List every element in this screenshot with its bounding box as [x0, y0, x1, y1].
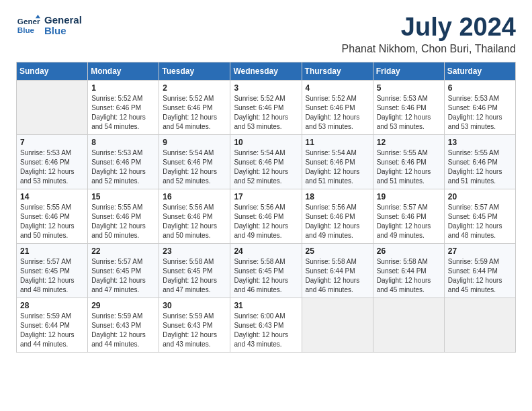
calendar-week-row: 7Sunrise: 5:53 AM Sunset: 6:46 PM Daylig… [17, 134, 516, 189]
day-info: Sunrise: 5:59 AM Sunset: 6:43 PM Dayligh… [163, 312, 226, 349]
day-of-week-header: Wednesday [230, 62, 302, 80]
day-info: Sunrise: 5:57 AM Sunset: 6:45 PM Dayligh… [20, 257, 84, 295]
calendar-cell: 5Sunrise: 5:53 AM Sunset: 6:46 PM Daylig… [373, 80, 444, 134]
day-of-week-header: Sunday [17, 62, 88, 80]
logo-icon: General Blue [16, 13, 40, 38]
calendar-cell: 27Sunrise: 5:59 AM Sunset: 6:44 PM Dayli… [444, 243, 515, 298]
day-info: Sunrise: 5:55 AM Sunset: 6:46 PM Dayligh… [20, 203, 84, 240]
day-number: 29 [91, 301, 155, 310]
day-number: 1 [91, 83, 155, 93]
calendar-week-row: 14Sunrise: 5:55 AM Sunset: 6:46 PM Dayli… [17, 189, 516, 243]
day-info: Sunrise: 5:52 AM Sunset: 6:46 PM Dayligh… [163, 94, 226, 132]
month-title: July 2024 [342, 13, 516, 42]
day-number: 28 [20, 301, 84, 310]
day-number: 6 [448, 83, 512, 93]
day-info: Sunrise: 5:58 AM Sunset: 6:44 PM Dayligh… [306, 257, 369, 295]
day-info: Sunrise: 5:57 AM Sunset: 6:46 PM Dayligh… [377, 203, 441, 240]
day-info: Sunrise: 5:52 AM Sunset: 6:46 PM Dayligh… [306, 94, 369, 132]
calendar-cell: 29Sunrise: 5:59 AM Sunset: 6:43 PM Dayli… [88, 298, 159, 352]
calendar-cell: 4Sunrise: 5:52 AM Sunset: 6:46 PM Daylig… [302, 80, 373, 134]
day-number: 24 [234, 246, 298, 256]
calendar-cell: 6Sunrise: 5:53 AM Sunset: 6:46 PM Daylig… [444, 80, 515, 134]
day-info: Sunrise: 5:57 AM Sunset: 6:45 PM Dayligh… [91, 257, 155, 295]
day-info: Sunrise: 6:00 AM Sunset: 6:43 PM Dayligh… [234, 312, 298, 349]
calendar-cell: 15Sunrise: 5:55 AM Sunset: 6:46 PM Dayli… [88, 189, 159, 243]
day-info: Sunrise: 5:55 AM Sunset: 6:46 PM Dayligh… [91, 203, 155, 240]
calendar-cell [373, 298, 444, 352]
calendar-week-row: 1Sunrise: 5:52 AM Sunset: 6:46 PM Daylig… [17, 80, 516, 134]
calendar-cell: 22Sunrise: 5:57 AM Sunset: 6:45 PM Dayli… [88, 243, 159, 298]
day-info: Sunrise: 5:59 AM Sunset: 6:43 PM Dayligh… [91, 312, 155, 349]
day-number: 27 [448, 246, 512, 256]
day-info: Sunrise: 5:55 AM Sunset: 6:46 PM Dayligh… [448, 148, 512, 186]
calendar-cell: 13Sunrise: 5:55 AM Sunset: 6:46 PM Dayli… [444, 134, 515, 189]
calendar-cell: 31Sunrise: 6:00 AM Sunset: 6:43 PM Dayli… [230, 298, 302, 352]
day-number: 11 [306, 138, 369, 147]
day-number: 9 [163, 138, 226, 147]
calendar-cell: 25Sunrise: 5:58 AM Sunset: 6:44 PM Dayli… [302, 243, 373, 298]
day-number: 8 [91, 138, 155, 147]
calendar-cell: 23Sunrise: 5:58 AM Sunset: 6:45 PM Dayli… [159, 243, 230, 298]
day-info: Sunrise: 5:59 AM Sunset: 6:44 PM Dayligh… [20, 312, 84, 349]
calendar-cell: 14Sunrise: 5:55 AM Sunset: 6:46 PM Dayli… [17, 189, 88, 243]
day-number: 7 [20, 138, 84, 147]
calendar-cell: 3Sunrise: 5:52 AM Sunset: 6:46 PM Daylig… [230, 80, 302, 134]
day-info: Sunrise: 5:58 AM Sunset: 6:45 PM Dayligh… [163, 257, 226, 295]
day-number: 18 [306, 192, 369, 201]
day-number: 5 [377, 83, 441, 93]
calendar-week-row: 21Sunrise: 5:57 AM Sunset: 6:45 PM Dayli… [17, 243, 516, 298]
day-info: Sunrise: 5:59 AM Sunset: 6:44 PM Dayligh… [448, 257, 512, 295]
day-info: Sunrise: 5:53 AM Sunset: 6:46 PM Dayligh… [377, 94, 441, 132]
calendar-cell: 16Sunrise: 5:56 AM Sunset: 6:46 PM Dayli… [159, 189, 230, 243]
calendar-cell: 12Sunrise: 5:55 AM Sunset: 6:46 PM Dayli… [373, 134, 444, 189]
day-number: 14 [20, 192, 84, 201]
calendar-cell: 18Sunrise: 5:56 AM Sunset: 6:46 PM Dayli… [302, 189, 373, 243]
day-of-week-header: Saturday [444, 62, 515, 80]
day-info: Sunrise: 5:52 AM Sunset: 6:46 PM Dayligh… [234, 94, 298, 132]
calendar-cell: 26Sunrise: 5:58 AM Sunset: 6:44 PM Dayli… [373, 243, 444, 298]
header: General Blue General Blue July 2024 Phan… [16, 13, 516, 55]
calendar-cell: 2Sunrise: 5:52 AM Sunset: 6:46 PM Daylig… [159, 80, 230, 134]
calendar-cell: 17Sunrise: 5:56 AM Sunset: 6:46 PM Dayli… [230, 189, 302, 243]
calendar-header-row: SundayMondayTuesdayWednesdayThursdayFrid… [17, 62, 516, 80]
title-block: July 2024 Phanat Nikhom, Chon Buri, Thai… [342, 13, 516, 55]
day-number: 3 [234, 83, 298, 93]
day-info: Sunrise: 5:56 AM Sunset: 6:46 PM Dayligh… [163, 203, 226, 240]
day-number: 17 [234, 192, 298, 201]
day-info: Sunrise: 5:53 AM Sunset: 6:46 PM Dayligh… [91, 148, 155, 186]
day-number: 16 [163, 192, 226, 201]
calendar-cell: 28Sunrise: 5:59 AM Sunset: 6:44 PM Dayli… [17, 298, 88, 352]
day-number: 10 [234, 138, 298, 147]
logo-line1: General [44, 15, 82, 26]
day-info: Sunrise: 5:54 AM Sunset: 6:46 PM Dayligh… [163, 148, 226, 186]
day-info: Sunrise: 5:58 AM Sunset: 6:45 PM Dayligh… [234, 257, 298, 295]
day-of-week-header: Friday [373, 62, 444, 80]
logo-text: General Blue [44, 15, 82, 37]
calendar-cell: 11Sunrise: 5:54 AM Sunset: 6:46 PM Dayli… [302, 134, 373, 189]
calendar-cell: 9Sunrise: 5:54 AM Sunset: 6:46 PM Daylig… [159, 134, 230, 189]
day-number: 20 [448, 192, 512, 201]
calendar-cell [444, 298, 515, 352]
day-info: Sunrise: 5:54 AM Sunset: 6:46 PM Dayligh… [234, 148, 298, 186]
day-number: 30 [163, 301, 226, 310]
day-of-week-header: Thursday [302, 62, 373, 80]
day-number: 12 [377, 138, 441, 147]
day-number: 19 [377, 192, 441, 201]
calendar-cell: 10Sunrise: 5:54 AM Sunset: 6:46 PM Dayli… [230, 134, 302, 189]
calendar-cell: 30Sunrise: 5:59 AM Sunset: 6:43 PM Dayli… [159, 298, 230, 352]
day-number: 23 [163, 246, 226, 256]
day-info: Sunrise: 5:56 AM Sunset: 6:46 PM Dayligh… [234, 203, 298, 240]
day-info: Sunrise: 5:52 AM Sunset: 6:46 PM Dayligh… [91, 94, 155, 132]
calendar-table: SundayMondayTuesdayWednesdayThursdayFrid… [16, 62, 516, 353]
day-info: Sunrise: 5:56 AM Sunset: 6:46 PM Dayligh… [306, 203, 369, 240]
day-number: 25 [306, 246, 369, 256]
calendar-cell [17, 80, 88, 134]
day-number: 15 [91, 192, 155, 201]
calendar-cell: 20Sunrise: 5:57 AM Sunset: 6:45 PM Dayli… [444, 189, 515, 243]
calendar-cell: 7Sunrise: 5:53 AM Sunset: 6:46 PM Daylig… [17, 134, 88, 189]
location-title: Phanat Nikhom, Chon Buri, Thailand [342, 43, 516, 55]
day-number: 31 [234, 301, 298, 310]
day-number: 26 [377, 246, 441, 256]
calendar-week-row: 28Sunrise: 5:59 AM Sunset: 6:44 PM Dayli… [17, 298, 516, 352]
day-of-week-header: Tuesday [159, 62, 230, 80]
